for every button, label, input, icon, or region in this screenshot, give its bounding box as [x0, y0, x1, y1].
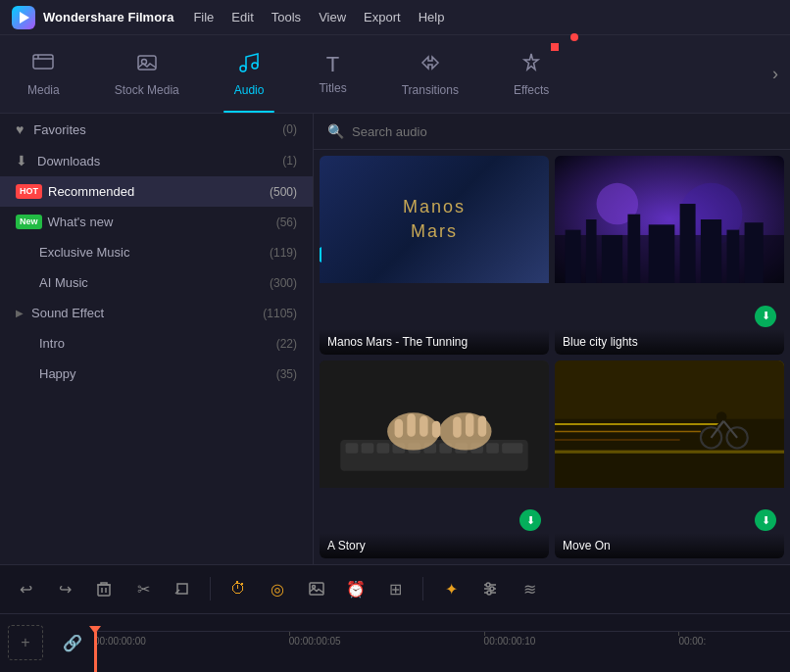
tab-titles[interactable]: T Titles — [291, 35, 373, 113]
expand-button[interactable]: ⊞ — [379, 573, 411, 604]
tab-effects-label: Effects — [514, 83, 549, 97]
svg-rect-36 — [420, 415, 428, 436]
svg-rect-30 — [486, 443, 499, 454]
app-logo-icon — [12, 6, 35, 29]
svg-rect-54 — [98, 585, 110, 596]
move-on-label: Move On — [555, 533, 784, 558]
sidebar-item-happy[interactable]: Happy (35) — [0, 359, 313, 389]
menu-edit[interactable]: Edit — [231, 10, 253, 24]
audio-card-a-story[interactable]: ⬇ A Story — [320, 360, 549, 559]
playhead[interactable] — [94, 632, 97, 672]
redo-button[interactable]: ↪ — [49, 573, 80, 604]
toolbar-more-btn[interactable]: › — [761, 64, 790, 84]
svg-point-66 — [487, 591, 491, 595]
sidebar-item-sound-effect[interactable]: ▶ Sound Effect (1105) — [0, 298, 313, 328]
svg-rect-42 — [555, 418, 784, 487]
menu-export[interactable]: Export — [364, 10, 401, 24]
audio-waveform-button[interactable]: ≋ — [514, 573, 545, 604]
svg-rect-11 — [586, 219, 597, 283]
sound-effect-arrow: ▶ — [16, 308, 24, 318]
download-btn-a-story[interactable]: ⬇ — [519, 509, 541, 531]
whats-new-label: What's new — [48, 215, 276, 229]
tab-effects[interactable]: Effects — [486, 35, 576, 113]
search-bar: 🔍 — [314, 114, 790, 150]
downloads-icon: ⬇ — [16, 153, 27, 168]
audio-card-manos-mars[interactable]: ManosMars Manos Mars - The Tunning — [320, 156, 549, 355]
audio-card-blue-city[interactable]: ⬇ Blue city lights — [555, 156, 784, 355]
ruler-timestamps: 00:00:00:00 00:00:00:05 00:00:00:10 00:0… — [94, 631, 790, 666]
crop-button[interactable] — [167, 573, 198, 604]
audio-card-move-on[interactable]: ⬇ Move On — [555, 360, 784, 559]
manos-mars-thumbnail: ManosMars — [320, 156, 549, 283]
downloads-label: Downloads — [37, 154, 282, 168]
sidebar-item-exclusive-music[interactable]: Exclusive Music (119) — [0, 237, 313, 267]
svg-point-47 — [716, 411, 727, 422]
tab-transitions-label: Transitions — [402, 83, 459, 97]
menu-help[interactable]: Help — [419, 10, 445, 24]
svg-rect-37 — [432, 420, 441, 437]
adjust-button[interactable] — [474, 573, 506, 604]
sidebar: ♥ Favorites (0) ⬇ Downloads (1) HOT Reco… — [0, 114, 314, 564]
cut-button[interactable]: ✂ — [127, 573, 159, 604]
svg-point-4 — [240, 66, 246, 72]
download-btn-move-on[interactable]: ⬇ — [755, 509, 776, 531]
recommended-label: Recommended — [48, 184, 270, 199]
main-menu: File Edit Tools View Export Help — [193, 10, 444, 24]
search-input[interactable] — [352, 124, 776, 139]
delete-button[interactable] — [88, 573, 120, 604]
svg-rect-18 — [745, 222, 764, 283]
main-content: ♥ Favorites (0) ⬇ Downloads (1) HOT Reco… — [0, 114, 790, 564]
sidebar-item-recommended[interactable]: HOT Recommended (500) — [0, 176, 313, 207]
svg-rect-17 — [727, 230, 740, 283]
link-button[interactable]: 🔗 — [55, 625, 90, 660]
timer-button[interactable]: ⏱ — [222, 573, 254, 604]
hot-badge: HOT — [16, 184, 42, 199]
tab-transitions[interactable]: Transitions — [374, 35, 486, 113]
color-wheel-button[interactable]: ◎ — [262, 573, 293, 604]
timestamp-2: 00:00:00:10 — [484, 636, 536, 647]
exclusive-music-count: (119) — [270, 246, 297, 260]
sidebar-item-ai-music[interactable]: AI Music (300) — [0, 267, 313, 298]
svg-marker-0 — [20, 12, 29, 24]
blue-city-thumbnail — [555, 156, 784, 283]
svg-point-64 — [486, 583, 490, 587]
intro-count: (22) — [276, 337, 297, 351]
tab-stock-media[interactable]: Stock Media — [87, 35, 207, 113]
play-arrow-manos — [320, 247, 321, 263]
speed-button[interactable]: ⏰ — [340, 573, 371, 604]
effects-icon — [519, 52, 543, 77]
svg-rect-57 — [177, 584, 187, 594]
image-tool-button[interactable] — [301, 573, 332, 604]
download-btn-blue-city[interactable]: ⬇ — [755, 306, 776, 327]
sound-effect-label: Sound Effect — [31, 306, 263, 320]
tab-audio[interactable]: Audio — [207, 35, 292, 113]
app-name: Wondershare Filmora — [43, 10, 173, 24]
sidebar-item-whats-new[interactable]: New What's new (56) — [0, 207, 313, 237]
audio-grid: ManosMars Manos Mars - The Tunning — [314, 150, 790, 564]
sidebar-item-intro[interactable]: Intro (22) — [0, 328, 313, 359]
separator-2 — [422, 577, 423, 600]
happy-label: Happy — [39, 366, 276, 381]
toolbar: Media Stock Media Audio T Titles — [0, 35, 790, 114]
menu-tools[interactable]: Tools — [272, 10, 301, 24]
favorites-label: Favorites — [33, 122, 282, 137]
sidebar-item-favorites[interactable]: ♥ Favorites (0) — [0, 114, 313, 145]
ai-button[interactable]: ✦ — [435, 573, 467, 604]
tab-media[interactable]: Media — [0, 35, 87, 113]
sidebar-item-downloads[interactable]: ⬇ Downloads (1) — [0, 145, 313, 176]
add-track-button[interactable]: + — [8, 625, 43, 660]
svg-rect-35 — [407, 413, 416, 436]
menu-file[interactable]: File — [193, 10, 214, 24]
undo-button[interactable]: ↩ — [10, 573, 41, 604]
svg-rect-15 — [680, 204, 696, 283]
intro-label: Intro — [39, 336, 276, 351]
ruler-track: + 🔗 00:00:00:00 00:00:00:05 00:00:00:10 … — [0, 614, 790, 672]
stock-media-icon — [135, 52, 159, 77]
titles-icon: T — [326, 54, 339, 75]
menu-view[interactable]: View — [319, 10, 346, 24]
search-icon: 🔍 — [327, 123, 344, 139]
timestamp-3: 00:00: — [678, 636, 706, 647]
ai-music-label: AI Music — [39, 275, 270, 290]
svg-rect-13 — [627, 215, 640, 283]
svg-rect-23 — [377, 443, 390, 454]
